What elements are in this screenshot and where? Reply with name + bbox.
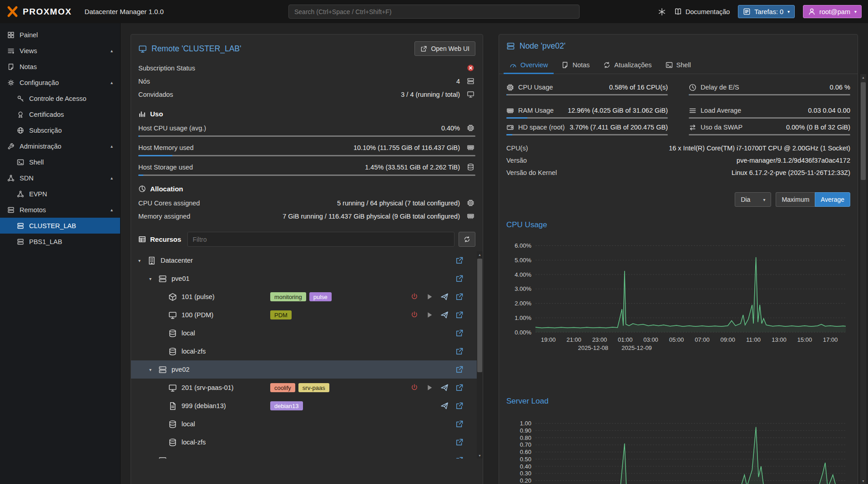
sidebar-item-remotos[interactable]: Remotos ▴ xyxy=(0,202,120,218)
average-button[interactable]: Average xyxy=(815,192,850,207)
timeframe-select[interactable]: Dia ▾ xyxy=(735,192,771,207)
expand-caret-icon[interactable]: ▾ xyxy=(149,276,158,281)
external-link-icon[interactable] xyxy=(455,420,464,428)
usage-section-header: Uso xyxy=(138,110,475,118)
external-link-icon[interactable] xyxy=(455,456,464,459)
tree-row-storage-local[interactable]: local xyxy=(131,415,483,433)
svg-text:01:00: 01:00 xyxy=(618,336,633,343)
remote-panel: Remote 'CLUSTER_LAB' Open Web UI Subscri… xyxy=(131,34,483,484)
tree-row-pve02[interactable]: ▾ pve02 xyxy=(131,360,483,379)
shutdown-button[interactable] xyxy=(410,311,419,319)
collapse-caret-icon[interactable]: ▴ xyxy=(111,207,113,212)
tree-row-vm-201[interactable]: 201 (srv-paas-01) coolify srv-paas xyxy=(131,379,483,397)
collapse-caret-icon[interactable]: ▴ xyxy=(111,144,113,149)
open-web-ui-button[interactable]: Open Web UI xyxy=(414,41,475,56)
tab-updates[interactable]: Atualizações xyxy=(597,56,657,74)
migrate-button[interactable] xyxy=(440,293,449,301)
external-link-icon[interactable] xyxy=(455,384,464,392)
tree-row-storage-local[interactable]: local xyxy=(131,324,483,342)
tree-row-pve01[interactable]: ▾ pve01 xyxy=(131,269,483,288)
tree-row-partial[interactable]: ▸ xyxy=(131,451,483,459)
svg-text:19:00: 19:00 xyxy=(541,336,556,343)
external-link-icon[interactable] xyxy=(455,256,464,264)
collapse-caret-icon[interactable]: ▴ xyxy=(111,48,113,53)
migrate-button[interactable] xyxy=(440,311,449,319)
scroll-up-icon[interactable]: ▲ xyxy=(477,251,483,258)
svg-text:0.90: 0.90 xyxy=(520,427,531,434)
sidebar-item-shell[interactable]: Shell xyxy=(0,154,120,170)
scroll-thumb[interactable] xyxy=(477,259,482,372)
external-link-icon[interactable] xyxy=(455,311,464,319)
tree-row-storage-local-zfs[interactable]: local-zfs xyxy=(131,433,483,451)
sidebar-item-views[interactable]: Views ▴ xyxy=(0,43,120,59)
tab-overview[interactable]: Overview xyxy=(504,56,554,74)
external-link-icon[interactable] xyxy=(455,347,464,355)
tree-row-vm-999[interactable]: 999 (debian13) debian13 xyxy=(131,397,483,415)
row-value: 5 running / 64 physical (7 total configu… xyxy=(337,200,460,207)
sidebar-item-cluster-lab[interactable]: CLUSTER_LAB xyxy=(0,218,120,234)
external-link-icon[interactable] xyxy=(455,293,464,301)
user-menu-button[interactable]: root@pam ▾ xyxy=(803,5,862,18)
host-cpu-usage-row: Host CPU usage (avg.) 0.40% xyxy=(138,121,475,137)
tree-row-vm-100[interactable]: 100 (PDM) PDM xyxy=(131,306,483,324)
sidebar-item-sdn[interactable]: SDN ▴ xyxy=(0,170,120,186)
row-value: 10.10% (11.755 GiB of 116.437 GiB) xyxy=(353,144,460,151)
sidebar-item-controle-de-acesso[interactable]: Controle de Acesso xyxy=(0,90,120,106)
expand-caret-icon[interactable]: ▾ xyxy=(138,258,147,263)
proxmox-x-icon xyxy=(6,5,19,18)
stat-io-delay: Delay de E/S 0.06 % xyxy=(689,80,850,95)
tab-shell[interactable]: Shell xyxy=(660,56,697,74)
external-link-icon[interactable] xyxy=(455,365,464,374)
tasks-button[interactable]: Tarefas: 0 ▾ xyxy=(738,5,795,18)
external-link-icon[interactable] xyxy=(455,274,464,283)
tab-notes[interactable]: Notas xyxy=(555,56,595,74)
external-link-icon[interactable] xyxy=(455,438,464,446)
tree-row-ct-101[interactable]: 101 (pulse) monitoring pulse xyxy=(131,288,483,306)
shutdown-button[interactable] xyxy=(410,384,419,392)
expand-caret-icon[interactable]: ▾ xyxy=(149,367,158,372)
migrate-button[interactable] xyxy=(440,384,449,392)
scroll-thumb[interactable] xyxy=(861,82,866,180)
svg-text:0.30: 0.30 xyxy=(520,470,531,477)
nodes-row: Nós 4 xyxy=(138,75,475,88)
start-button[interactable] xyxy=(425,311,434,319)
tree-row-datacenter[interactable]: ▾ Datacenter xyxy=(131,251,483,269)
start-button[interactable] xyxy=(425,384,434,392)
row-value: 7 GiB running / 116.437 GiB physical (9 … xyxy=(283,213,460,220)
external-link-icon[interactable] xyxy=(455,329,464,337)
sidebar-item-painel[interactable]: Painel xyxy=(0,27,120,43)
svg-text:5.00%: 5.00% xyxy=(515,257,531,264)
expand-caret-icon[interactable]: ▸ xyxy=(149,458,158,459)
hdd-icon xyxy=(506,124,514,131)
refresh-button[interactable] xyxy=(459,232,475,247)
sidebar-item-certificados[interactable]: Certificados xyxy=(0,106,120,122)
scroll-down-icon[interactable]: ▼ xyxy=(860,478,866,484)
maximum-button[interactable]: Maximum xyxy=(776,192,815,207)
svg-text:3.00%: 3.00% xyxy=(515,285,531,292)
start-button[interactable] xyxy=(425,293,434,301)
migrate-button[interactable] xyxy=(440,402,449,410)
sidebar-item-label: Subscrição xyxy=(29,127,62,134)
panel-scrollbar[interactable]: ▲ ▼ xyxy=(860,74,866,484)
sidebar-item-subscricao[interactable]: Subscrição xyxy=(0,122,120,138)
allocation-section-header: Allocation xyxy=(138,185,475,193)
sidebar-item-evpn[interactable]: EVPN xyxy=(0,186,120,202)
sidebar-item-administracao[interactable]: Administração ▴ xyxy=(0,138,120,154)
tree-row-storage-local-zfs[interactable]: local-zfs xyxy=(131,342,483,360)
scroll-up-icon[interactable]: ▲ xyxy=(860,74,866,80)
tree-scrollbar[interactable]: ▲ ▼ xyxy=(477,251,483,459)
global-search-input[interactable] xyxy=(288,5,580,19)
collapse-caret-icon[interactable]: ▴ xyxy=(111,80,113,85)
scroll-down-icon[interactable]: ▼ xyxy=(477,452,483,459)
filter-input[interactable] xyxy=(187,232,454,247)
theme-icon[interactable] xyxy=(658,8,666,16)
external-link-icon[interactable] xyxy=(455,402,464,410)
sidebar-item-notas[interactable]: Notas xyxy=(0,59,120,75)
documentation-button[interactable]: Documentação xyxy=(674,8,730,15)
sidebar-item-configuracao[interactable]: Configuração ▴ xyxy=(0,75,120,90)
row-value: 0.40% xyxy=(441,125,460,132)
shutdown-button[interactable] xyxy=(410,293,419,301)
storage-icon xyxy=(168,329,177,338)
collapse-caret-icon[interactable]: ▴ xyxy=(111,175,113,180)
sidebar-item-pbs1-lab[interactable]: PBS1_LAB xyxy=(0,234,120,249)
